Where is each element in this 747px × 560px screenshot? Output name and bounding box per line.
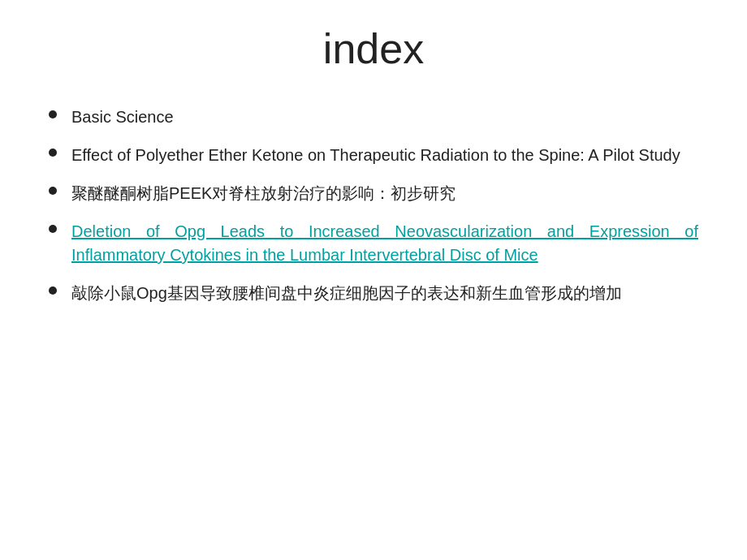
bullet-dot [49,286,57,295]
item-text-chinese-opg: 敲除小鼠Opg基因导致腰椎间盘中炎症细胞因子的表达和新生血管形成的增加 [71,282,698,305]
list-item: 敲除小鼠Opg基因导致腰椎间盘中炎症细胞因子的表达和新生血管形成的增加 [49,282,698,305]
item-link-deletion-opg[interactable]: Deletion of Opg Leads to Increased Neova… [71,220,698,267]
bullet-dot [49,149,57,157]
bullet-dot [49,110,57,118]
list-item: 聚醚醚酮树脂PEEK对脊柱放射治疗的影响：初步研究 [49,182,698,205]
list-item: Effect of Polyether Ether Ketone on Ther… [49,144,698,167]
item-text-effect-polyether: Effect of Polyether Ether Ketone on Ther… [71,144,698,167]
list-item: Basic Science [49,106,698,129]
page-title: index [49,24,698,73]
item-text-chinese-peek: 聚醚醚酮树脂PEEK对脊柱放射治疗的影响：初步研究 [71,182,698,205]
bullet-list: Basic Science Effect of Polyether Ether … [49,106,698,320]
list-item: Deletion of Opg Leads to Increased Neova… [49,220,698,267]
bullet-dot [49,187,57,195]
bullet-dot [49,225,57,233]
page-container: index Basic Science Effect of Polyether … [0,0,747,560]
item-text-basic-science: Basic Science [71,106,698,129]
